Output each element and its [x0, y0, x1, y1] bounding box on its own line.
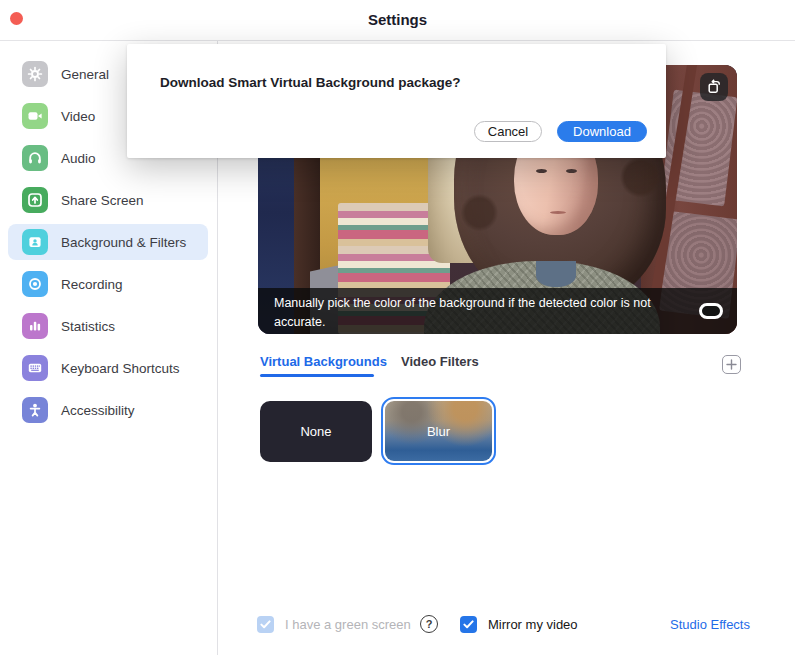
mirror-video-checkbox[interactable]: [460, 616, 477, 633]
preview-hint-overlay: Manually pick the color of the backgroun…: [258, 288, 737, 334]
plus-icon: [726, 359, 737, 370]
dialog-title: Download Smart Virtual Background packag…: [160, 75, 461, 90]
share-screen-icon: [22, 187, 48, 213]
preview-hint-text: Manually pick the color of the backgroun…: [274, 296, 651, 329]
background-option-blur[interactable]: Blur: [381, 397, 496, 465]
camera-icon: [22, 103, 48, 129]
gear-icon: [22, 61, 48, 87]
add-background-button[interactable]: [722, 355, 741, 374]
window-title: Settings: [0, 11, 795, 28]
headphones-icon: [22, 145, 48, 171]
record-icon: [22, 271, 48, 297]
studio-effects-link[interactable]: Studio Effects: [670, 617, 750, 632]
sidebar-item-label: General: [61, 67, 109, 82]
sidebar-item-accessibility[interactable]: Accessibility: [8, 392, 208, 428]
accessibility-icon: [22, 397, 48, 423]
title-bar: Settings: [0, 0, 795, 41]
rotate-video-button[interactable]: [700, 73, 728, 101]
sidebar-item-label: Video: [61, 109, 95, 124]
sidebar-item-label: Keyboard Shortcuts: [61, 361, 180, 376]
rotate-icon: [706, 79, 722, 95]
mirror-video-label: Mirror my video: [488, 617, 578, 632]
sidebar-item-label: Statistics: [61, 319, 115, 334]
download-package-dialog: Download Smart Virtual Background packag…: [127, 44, 666, 158]
sidebar-item-label: Background & Filters: [61, 235, 186, 250]
bar-chart-icon: [22, 313, 48, 339]
sidebar-item-share-screen[interactable]: Share Screen: [8, 182, 208, 218]
background-option-none[interactable]: None: [260, 401, 372, 462]
sidebar-item-label: Accessibility: [61, 403, 135, 418]
background-none-label: None: [300, 424, 331, 439]
cancel-button[interactable]: Cancel: [474, 121, 542, 142]
scene-eye-left: [536, 169, 547, 173]
scene-collar: [536, 261, 576, 287]
sidebar-item-keyboard-shortcuts[interactable]: Keyboard Shortcuts: [8, 350, 208, 386]
person-frame-icon: [22, 229, 48, 255]
sidebar-item-label: Audio: [61, 151, 96, 166]
sidebar-item-label: Recording: [61, 277, 123, 292]
tab-active-underline: [260, 374, 374, 377]
keyboard-icon: [22, 355, 48, 381]
sidebar-item-recording[interactable]: Recording: [8, 266, 208, 302]
help-icon[interactable]: ?: [420, 615, 438, 633]
tab-virtual-backgrounds[interactable]: Virtual Backgrounds: [260, 354, 387, 369]
check-icon: [463, 620, 474, 629]
sidebar-item-background-filters[interactable]: Background & Filters: [8, 224, 208, 260]
check-icon: [260, 620, 271, 629]
green-screen-label: I have a green screen: [285, 617, 411, 632]
sidebar-item-label: Share Screen: [61, 193, 144, 208]
green-screen-checkbox[interactable]: [257, 616, 274, 633]
scene-mouth: [550, 211, 566, 214]
tab-video-filters[interactable]: Video Filters: [401, 354, 479, 369]
sidebar-item-statistics[interactable]: Statistics: [8, 308, 208, 344]
background-blur-label: Blur: [427, 424, 450, 439]
scene-eye-right: [566, 169, 577, 173]
color-swatch-icon[interactable]: [699, 303, 723, 319]
download-button[interactable]: Download: [557, 121, 647, 142]
